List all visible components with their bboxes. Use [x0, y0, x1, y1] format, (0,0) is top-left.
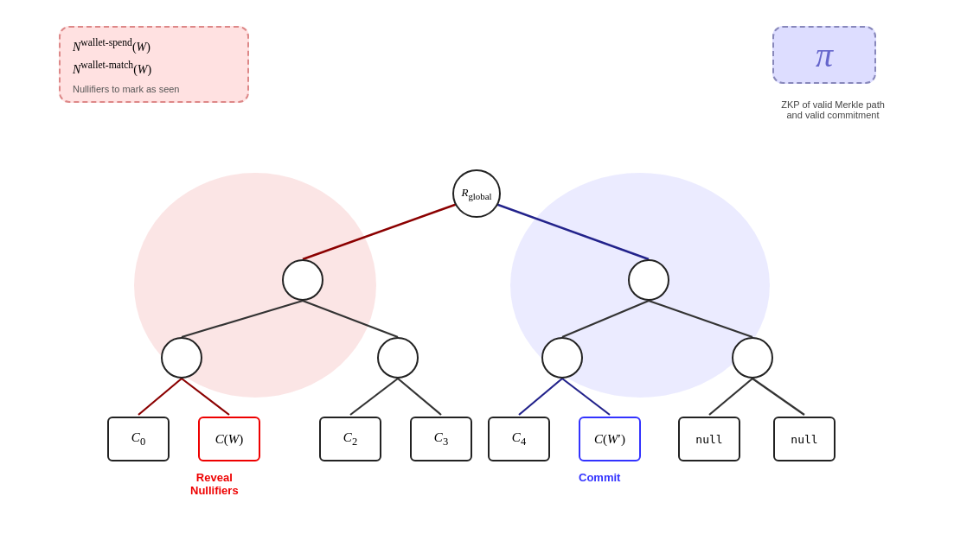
- svg-line-6: [562, 301, 649, 337]
- svg-line-15: [752, 379, 804, 415]
- leaf-null2: null: [773, 417, 836, 461]
- leaf-C4: C4: [488, 417, 550, 461]
- leaf-C2-label: C2: [343, 430, 357, 449]
- svg-line-3: [477, 197, 649, 259]
- root-node: Rglobal: [452, 169, 501, 218]
- leaf-null2-label: null: [791, 433, 817, 446]
- diagram: Nwallet-spend(W) Nwallet-match(W) Nullif…: [0, 0, 954, 560]
- nullifiers-box: Nwallet-spend(W) Nwallet-match(W) Nullif…: [59, 26, 249, 103]
- pi-caption: ZKP of valid Merkle pathand valid commit…: [764, 99, 902, 120]
- leaf-C2: C2: [319, 417, 381, 461]
- node-left: [282, 259, 323, 301]
- leaf-CW-label: C(W): [215, 432, 244, 447]
- leaf-C0: C0: [107, 417, 170, 461]
- nullifier-line2: Nwallet-match(W): [73, 57, 235, 80]
- node-lr: [377, 337, 419, 379]
- leaf-C3-label: C3: [434, 430, 448, 449]
- svg-line-11: [398, 379, 441, 415]
- leaf-CW: C(W): [198, 417, 260, 461]
- svg-line-10: [350, 379, 398, 415]
- commit-label: Commit: [579, 471, 620, 484]
- leaf-C4-label: C4: [512, 430, 526, 449]
- leaf-null1-label: null: [695, 433, 722, 446]
- svg-line-4: [182, 301, 303, 337]
- svg-line-7: [649, 301, 752, 337]
- svg-line-14: [709, 379, 752, 415]
- leaf-CWprime: C(W′): [579, 417, 641, 461]
- nullifier-line1: Nwallet-spend(W): [73, 35, 235, 57]
- svg-line-5: [303, 301, 398, 337]
- node-rr: [732, 337, 773, 379]
- svg-line-8: [138, 379, 182, 415]
- pi-box: π: [772, 26, 876, 84]
- leaf-CWprime-label: C(W′): [594, 432, 625, 447]
- leaf-C3: C3: [410, 417, 472, 461]
- reveal-label: RevealNullifiers: [190, 471, 239, 497]
- svg-line-2: [303, 197, 477, 259]
- pi-symbol: π: [786, 35, 862, 75]
- node-right: [628, 259, 669, 301]
- root-label: Rglobal: [461, 186, 491, 201]
- node-rl: [541, 337, 583, 379]
- leaf-null1: null: [678, 417, 740, 461]
- nullifiers-caption: Nullifiers to mark as seen: [73, 84, 235, 94]
- svg-line-12: [519, 379, 562, 415]
- leaf-C0-label: C0: [131, 430, 145, 449]
- svg-line-9: [182, 379, 229, 415]
- svg-line-13: [562, 379, 610, 415]
- node-ll: [161, 337, 202, 379]
